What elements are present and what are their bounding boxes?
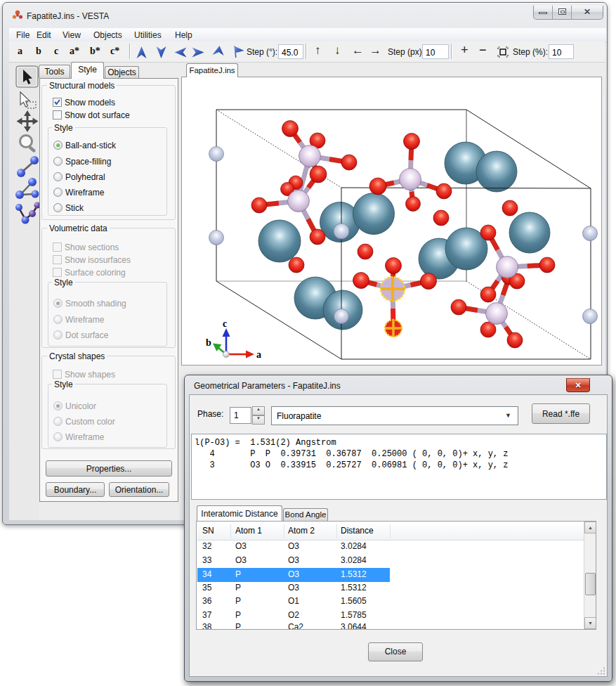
svg-text:a: a (256, 349, 261, 360)
svg-text:b: b (206, 337, 211, 348)
svg-text:c: c (223, 318, 227, 329)
